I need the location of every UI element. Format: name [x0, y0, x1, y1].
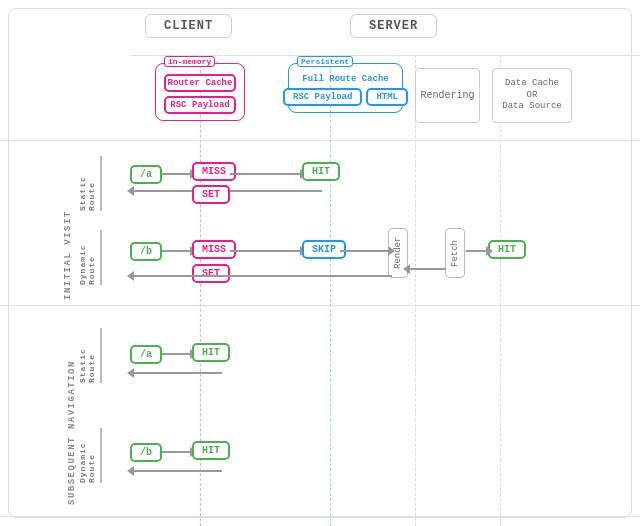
hit-badge-static-initial: HIT [302, 162, 340, 181]
dynamic-route-initial-label: Dynamic Route [78, 230, 102, 285]
router-cache-tag: in-memory [164, 56, 215, 67]
arrow-miss-to-hit [230, 173, 302, 175]
hit-badge-static-subsequent: HIT [192, 343, 230, 362]
set-badge-static-initial: SET [192, 185, 230, 204]
arrow-fetch-to-render-return [408, 268, 446, 270]
rendering-box: Rendering [415, 68, 480, 123]
path-a-subsequent-static: /a [130, 345, 162, 364]
arrow-return-dynamic-initial [132, 275, 392, 277]
path-b-subsequent-dynamic: /b [130, 443, 162, 462]
arrow-b-to-miss [162, 250, 192, 252]
arrow-return-static-subsequent [132, 372, 222, 374]
full-route-cache-group: Persistent Full Route Cache RSC Payload … [288, 63, 403, 113]
path-b-initial-dynamic: /b [130, 242, 162, 261]
full-route-html: HTML [366, 88, 408, 106]
router-cache-label: Router Cache [164, 74, 236, 92]
router-cache-group: in-memory Router Cache RSC Payload [155, 63, 245, 121]
client-header: CLIENT [145, 14, 232, 38]
static-route-subsequent-label: Static Route [78, 328, 102, 383]
set-badge-dynamic-initial: SET [192, 264, 230, 283]
miss-badge-static-initial: MISS [192, 162, 236, 181]
arrow-a-to-miss [162, 173, 192, 175]
full-route-rsc: RSC Payload [283, 88, 362, 106]
static-route-initial-label: Static Route [78, 156, 102, 211]
diagram: CLIENT SERVER in-memory Router Cache RSC… [0, 0, 640, 526]
arrow-b-subsequent-to-hit [162, 451, 192, 453]
arrow-a-subsequent-to-hit [162, 353, 192, 355]
dynamic-route-initial-bracket: Dynamic Route [55, 220, 125, 295]
arrow-return-dynamic-subsequent [132, 470, 222, 472]
dynamic-route-subsequent-bracket: Dynamic Route [55, 420, 125, 490]
full-route-cache-tag: Persistent [297, 56, 353, 67]
hit-badge-dynamic-subsequent: HIT [192, 441, 230, 460]
arrow-skip-to-render [340, 250, 390, 252]
fetch-box-dynamic: Fetch [445, 228, 465, 278]
full-route-cache-label: Full Route Cache [297, 74, 394, 84]
data-cache-box: Data CacheORData Source [492, 68, 572, 123]
hit-badge-far-right: HIT [488, 240, 526, 259]
arrow-fetch-to-hit [466, 250, 488, 252]
router-cache-rsc: RSC Payload [164, 96, 236, 114]
arrow-miss-to-skip [230, 250, 302, 252]
dynamic-route-subsequent-label: Dynamic Route [78, 428, 102, 483]
static-route-initial-bracket: Static Route [55, 148, 125, 218]
static-route-subsequent-bracket: Static Route [55, 320, 125, 390]
server-header: SERVER [350, 14, 437, 38]
path-a-initial-static: /a [130, 165, 162, 184]
